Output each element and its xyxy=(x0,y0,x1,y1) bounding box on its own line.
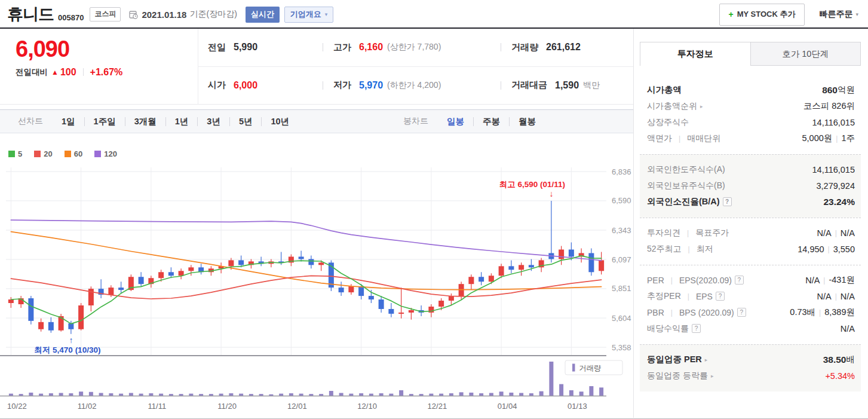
ohlc-value: 6,160 xyxy=(359,42,383,53)
sidebar-group: PER|EPS(2020.09)?N/A|-431원추정PER|EPS?N/A|… xyxy=(640,265,861,344)
ohlc-value: 1,590 xyxy=(555,80,579,91)
stock-detail-page: 휴니드 005870 코스피 2021.01.18 기준(장마감) 실시간 기업… xyxy=(0,0,868,419)
volume-bar xyxy=(599,387,603,396)
volume-bar xyxy=(99,393,103,396)
divider xyxy=(83,68,84,76)
x-axis-tick: 12/01 xyxy=(287,402,307,411)
chevron-down-icon: ▾ xyxy=(325,11,328,17)
volume-bar xyxy=(79,392,83,396)
y-axis-tick: 6,097 xyxy=(612,255,631,264)
volume-bar xyxy=(539,392,544,396)
sidebar-row: 상장주식수14,116,015 xyxy=(647,114,855,130)
tab-1일[interactable]: 1일 xyxy=(53,117,84,126)
candle-body xyxy=(38,322,44,329)
help-icon[interactable]: ? xyxy=(737,308,746,317)
tab-주봉[interactable]: 주봉 xyxy=(473,117,509,126)
ohlc-cell-전일: 전일5,990 xyxy=(208,42,323,53)
volume-bar xyxy=(399,390,403,396)
ohlc-panel: 전일5,990고가6,160(상한가 7,780)거래량261,612시가6,0… xyxy=(198,29,633,104)
sidebar-group: 투자의견|목표주가N/A|N/A52주최고|최저14,950|3,550 xyxy=(640,218,861,265)
candle-body xyxy=(508,266,514,270)
candle-body xyxy=(108,288,114,295)
candlestick-chart-canvas[interactable]: 6,8366,5906,3436,0975,8515,6045,35810/22… xyxy=(0,133,633,418)
change-percent: +1.67% xyxy=(90,67,123,78)
row-label: 외국인한도주식수(A) xyxy=(647,164,725,175)
quick-order-dropdown[interactable]: 빠른주문▾ xyxy=(819,9,858,20)
pipe-divider: | xyxy=(688,245,690,253)
tab-월봉[interactable]: 월봉 xyxy=(509,117,545,126)
volume-bar xyxy=(279,394,283,396)
volume-bar xyxy=(259,394,263,396)
arrow-right-icon: ▸ xyxy=(711,373,714,379)
volume-bar xyxy=(379,393,384,396)
sidebar-tabbar: 투자정보호가 10단계 xyxy=(640,42,861,66)
tab-1년[interactable]: 1년 xyxy=(165,117,198,126)
volume-bar xyxy=(239,394,243,396)
row-label: PBR|BPS (2020.09)? xyxy=(647,308,746,317)
ohlc-label: 거래량 xyxy=(511,42,538,53)
tab-5년[interactable]: 5년 xyxy=(229,117,262,126)
candle-chart-group-label: 봉차트 xyxy=(403,116,428,127)
sidebar-row: 배당수익률?N/A xyxy=(647,320,855,337)
tab-일봉[interactable]: 일봉 xyxy=(438,117,473,126)
sidebar-row: 52주최고|최저14,950|3,550 xyxy=(647,241,855,257)
market-badge[interactable]: 코스피 xyxy=(90,7,121,22)
line-chart-group-label: 선차트 xyxy=(18,116,43,127)
help-icon[interactable]: ? xyxy=(735,276,744,285)
candle-body xyxy=(388,309,394,314)
volume-bar xyxy=(559,384,563,396)
y-axis-tick: 5,358 xyxy=(612,343,631,352)
volume-bar xyxy=(39,394,43,396)
pipe-divider: | xyxy=(819,308,821,317)
sidebar-tab-투자정보[interactable]: 투자정보 xyxy=(640,42,751,66)
row-label[interactable]: 동일업종 등락률▸ xyxy=(647,371,713,381)
y-axis-tick: 6,343 xyxy=(612,226,631,235)
volume-bar xyxy=(219,394,223,396)
volume-bar xyxy=(309,394,313,396)
row-label[interactable]: 시가총액순위▸ xyxy=(647,101,703,112)
volume-bar xyxy=(69,393,73,396)
row-value: 23.24% xyxy=(823,197,855,207)
sidebar-group: 외국인한도주식수(A)14,116,015외국인보유주식수(B)3,279,92… xyxy=(640,154,861,218)
ohlc-extra: (하한가 4,200) xyxy=(387,80,441,91)
candle-body xyxy=(398,313,404,314)
page-body: 6,090 전일대비 ▲ 100 +1.67% 전일5,990고가6,160(상… xyxy=(0,29,868,418)
tab-3년[interactable]: 3년 xyxy=(197,117,229,126)
base-date-suffix: 기준(장마감) xyxy=(189,9,237,20)
row-label[interactable]: 동일업종 PER▸ xyxy=(647,354,707,365)
volume-bar xyxy=(359,393,363,396)
x-axis-tick: 10/22 xyxy=(7,402,27,411)
candle-body xyxy=(308,259,314,265)
row-label: 액면가|매매단위 xyxy=(647,133,720,144)
candle-body xyxy=(479,277,484,282)
row-label: 외국인소진율(B/A)? xyxy=(647,196,732,207)
row-label: 투자의견|목표주가 xyxy=(647,228,729,238)
help-icon[interactable]: ? xyxy=(692,324,701,333)
sidebar-row: 추정PER|EPS?N/A|N/A xyxy=(647,288,855,304)
row-label: 시가총액 xyxy=(647,84,682,96)
ohlc-cell-거래대금: 거래대금1,590백만 xyxy=(501,79,633,91)
volume-bar xyxy=(129,393,133,396)
investment-info-sidebar: 투자정보호가 10단계 시가총액860억원시가총액순위▸코스피 826위상장주식… xyxy=(633,29,868,418)
ohlc-value: 5,990 xyxy=(234,42,257,53)
volume-bar xyxy=(29,393,33,396)
tab-10년[interactable]: 10년 xyxy=(261,117,298,126)
candle-body xyxy=(228,260,234,266)
pipe-divider: | xyxy=(688,292,689,301)
ohlc-label: 고가 xyxy=(333,42,351,53)
sidebar-tab-호가 10단계[interactable]: 호가 10단계 xyxy=(751,42,861,66)
row-label: 상장주식수 xyxy=(647,117,689,128)
main-column: 6,090 전일대비 ▲ 100 +1.67% 전일5,990고가6,160(상… xyxy=(0,29,633,418)
company-overview-dropdown[interactable]: 기업개요▾ xyxy=(284,7,334,23)
tab-1주일[interactable]: 1주일 xyxy=(84,117,125,126)
help-icon[interactable]: ? xyxy=(716,292,725,301)
sidebar-row: 시가총액860억원 xyxy=(647,82,855,98)
tab-3개월[interactable]: 3개월 xyxy=(125,117,165,126)
help-icon[interactable]: ? xyxy=(723,197,732,206)
realtime-button[interactable]: 실시간 xyxy=(246,7,280,23)
volume-bar xyxy=(289,393,293,396)
volume-bar xyxy=(89,392,93,396)
add-mystock-button[interactable]: +MY STOCK 추가 xyxy=(719,4,805,26)
volume-bar xyxy=(189,394,193,396)
row-value: 860억원 xyxy=(822,84,855,96)
